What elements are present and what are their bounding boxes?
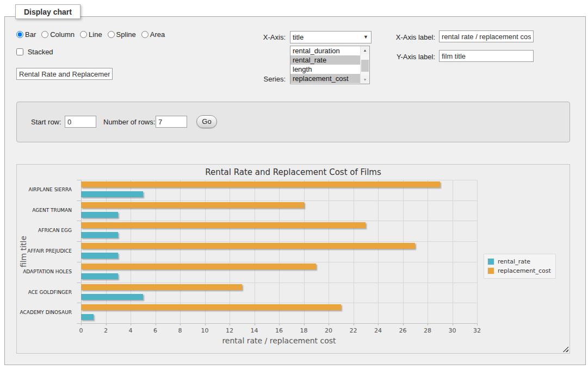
gridline-v <box>354 180 354 323</box>
chart-legend: rental_ratereplacement_cost <box>484 254 556 279</box>
gridline-v <box>205 180 206 323</box>
panel-tab-display-chart[interactable]: Display chart <box>15 4 81 19</box>
chart-box: Rental Rate and Replacement Cost of Film… <box>16 164 570 354</box>
start-row-label: Start row: <box>31 118 61 126</box>
x-tick-label: 8 <box>169 327 191 334</box>
category-label: ACADEMY DINOSAUR <box>17 303 77 323</box>
legend-text: rental_rate <box>498 258 530 265</box>
gridline-v <box>477 180 478 323</box>
series-option-length[interactable]: length <box>290 65 360 74</box>
y-axis-label-caption: Y-Axis label: <box>382 53 435 61</box>
gridline-v <box>255 180 255 323</box>
chart-type-label: Area <box>150 30 165 39</box>
panel-tab-label: Display chart <box>24 8 72 16</box>
scrollbar-thumb[interactable] <box>361 60 369 72</box>
y-tick <box>77 262 81 262</box>
chart-type-radio-group: BarColumnLineSplineArea <box>16 30 170 39</box>
series-listbox-label: Series: <box>249 75 286 83</box>
x-tick-label: 16 <box>268 327 290 334</box>
legend-item-rental_rate[interactable]: rental_rate <box>487 257 551 266</box>
legend-item-replacement_cost[interactable]: replacement_cost <box>487 266 551 275</box>
category-label: AGENT TRUMAN <box>17 200 77 221</box>
scroll-up-icon[interactable]: ▲ <box>361 46 369 54</box>
chart-type-option-spline[interactable]: Spline <box>108 30 136 39</box>
x-tick-label: 0 <box>70 327 92 334</box>
legend-text: replacement_cost <box>498 267 551 274</box>
x-axis-select[interactable]: title <box>290 31 372 43</box>
x-tick-label: 28 <box>417 327 438 334</box>
gridline-h <box>81 262 477 262</box>
bar-rental-rate <box>81 212 118 218</box>
resize-grip-icon[interactable] <box>562 346 568 352</box>
gridline-v <box>131 180 131 323</box>
chart-type-radio-bar[interactable] <box>16 31 23 38</box>
chart-title-input[interactable] <box>16 68 113 80</box>
x-axis-line <box>81 323 477 324</box>
series-scrollbar[interactable]: ▲ ▼ <box>360 46 369 84</box>
x-tick-label: 4 <box>120 327 141 334</box>
x-tick-label: 10 <box>194 327 216 334</box>
gridline-v <box>81 180 82 323</box>
x-tick-label: 22 <box>343 327 364 334</box>
gridline-v <box>279 180 280 323</box>
chart-type-radio-line[interactable] <box>80 31 87 38</box>
chart-type-option-line[interactable]: Line <box>80 30 102 39</box>
y-axis-label-input[interactable] <box>439 50 534 62</box>
gridline-h <box>81 303 477 303</box>
x-axis-title: rental rate / replacement cost <box>81 336 477 345</box>
gridline-v <box>304 180 305 323</box>
gridline-h <box>81 241 477 242</box>
go-button[interactable]: Go <box>196 115 217 128</box>
bar-replacement-cost <box>81 304 341 310</box>
chart-type-option-area[interactable]: Area <box>141 30 165 39</box>
bar-rental-rate <box>81 232 118 238</box>
chart-type-option-column[interactable]: Column <box>41 30 75 39</box>
stacked-checkbox[interactable] <box>16 48 23 55</box>
number-of-rows-label: Number of rows: <box>103 118 155 126</box>
category-label: AFRICAN EGG <box>17 221 77 241</box>
chart-plot-area <box>81 180 477 323</box>
y-tick <box>77 241 81 242</box>
series-options: rental_durationrental_ratelengthreplacem… <box>290 46 360 84</box>
bar-rental-rate <box>81 314 94 320</box>
bar-rental-rate <box>81 294 143 300</box>
y-tick <box>77 323 81 324</box>
series-listbox[interactable]: rental_durationrental_ratelengthreplacem… <box>290 46 370 84</box>
category-label: ACE GOLDFINGER <box>17 283 77 303</box>
chart-type-radio-area[interactable] <box>141 31 148 38</box>
gridline-v <box>403 180 404 323</box>
chart-type-label: Column <box>50 30 75 39</box>
x-axis-select-wrap: title ▼ <box>290 31 372 43</box>
x-tick-label: 14 <box>244 327 265 334</box>
series-option-replacement_cost[interactable]: replacement_cost <box>290 74 360 83</box>
y-tick <box>77 283 81 283</box>
chart-type-label: Line <box>89 30 102 39</box>
category-label: AFFAIR PREJUDICE <box>17 241 77 262</box>
chart-type-radio-spline[interactable] <box>108 31 115 38</box>
x-tick-label: 18 <box>293 327 315 334</box>
chart-type-radio-column[interactable] <box>41 31 48 38</box>
chart-type-option-bar[interactable]: Bar <box>16 30 36 39</box>
x-axis-select-label: X-Axis: <box>249 33 286 41</box>
gridline-v <box>180 180 181 323</box>
x-tick-label: 2 <box>95 327 117 334</box>
gridline-h <box>81 283 477 283</box>
x-tick-label: 32 <box>466 327 488 334</box>
bar-replacement-cost <box>81 202 304 208</box>
x-tick-label: 26 <box>392 327 414 334</box>
scroll-down-icon[interactable]: ▼ <box>361 76 369 84</box>
category-label: ADAPTATION HOLES <box>17 262 77 283</box>
series-option-rental_duration[interactable]: rental_duration <box>290 46 360 55</box>
y-tick <box>77 180 81 180</box>
page: Display chart BarColumnLineSplineArea St… <box>0 0 588 370</box>
x-tick-label: 24 <box>367 327 389 334</box>
bar-replacement-cost <box>81 243 415 249</box>
bar-rental-rate <box>81 191 143 197</box>
start-row-input[interactable] <box>65 116 96 128</box>
category-label: AIRPLANE SIERRA <box>17 180 77 200</box>
chart-type-label: Spline <box>116 30 136 39</box>
x-axis-label-input[interactable] <box>439 30 534 42</box>
number-of-rows-input[interactable] <box>156 116 187 128</box>
series-option-rental_rate[interactable]: rental_rate <box>290 55 360 65</box>
x-tick-label: 30 <box>442 327 463 334</box>
